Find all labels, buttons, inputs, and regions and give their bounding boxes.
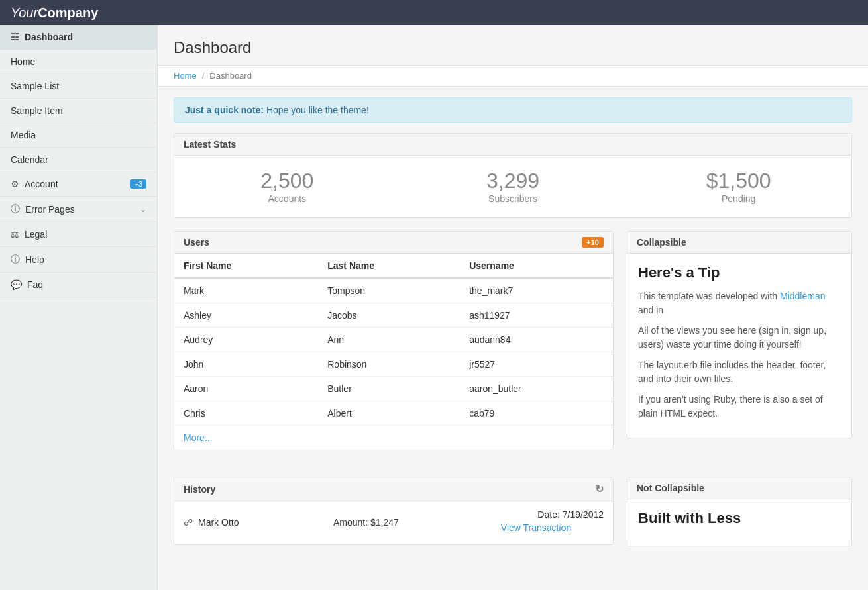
cell-first: Ashley	[174, 303, 318, 328]
cell-username: jr5527	[460, 352, 613, 377]
stat-pending-value: $1,500	[625, 169, 851, 193]
collapsible-panel-col: Collapsible Here's a Tip This template w…	[627, 231, 852, 464]
sidebar-item-home[interactable]: Home	[0, 50, 157, 74]
breadcrumb-current: Dashboard	[209, 71, 252, 81]
refresh-icon[interactable]: ↻	[595, 483, 604, 495]
two-col-top: Users +10 First Name Last Name Username	[174, 231, 852, 464]
not-collapsible-panel-col: Not Collapsible Built with Less	[627, 477, 852, 560]
stat-accounts-value: 2,500	[174, 169, 400, 193]
sidebar-item-legal[interactable]: ⚖ Legal	[0, 222, 157, 247]
history-panel-col: History ↻ ☍ Mark Otto Amount: $1,247 Dat…	[174, 477, 614, 560]
stat-subscribers: 3,299 Subscribers	[400, 169, 626, 204]
users-heading-label: Users	[184, 237, 209, 248]
collapsible-panel: Collapsible Here's a Tip This template w…	[627, 231, 852, 438]
sidebar-item-label: Account	[25, 179, 58, 189]
sidebar-item-label: Calendar	[11, 154, 48, 165]
stats-heading-label: Latest Stats	[184, 139, 236, 150]
collapsible-panel-heading: Collapsible	[627, 232, 851, 254]
sidebar-item-help[interactable]: ⓘ Help	[0, 247, 157, 273]
table-row: AudreyAnnaudann84	[174, 328, 613, 352]
help-icon: ⓘ	[11, 254, 20, 266]
not-collapsible-panel: Not Collapsible Built with Less	[627, 477, 852, 546]
sidebar-item-label: Help	[25, 254, 44, 265]
person-icon: ⚙	[11, 179, 19, 189]
sidebar-item-account[interactable]: ⚙ Account +3	[0, 172, 157, 197]
brand-your: Your	[11, 5, 38, 21]
sidebar-item-label: Sample Item	[11, 105, 63, 116]
sidebar-item-error-pages[interactable]: ⓘ Error Pages ⌄	[0, 197, 157, 222]
users-panel-heading: Users +10	[174, 232, 613, 254]
collapsible-panel-body: Here's a Tip This template was developed…	[627, 254, 851, 438]
history-date: Date: 7/19/2012	[537, 509, 604, 520]
alert-prefix: Just a quick note:	[185, 105, 264, 115]
sidebar-item-faq[interactable]: 💬 Faq	[0, 273, 157, 297]
sidebar-item-label: Legal	[25, 229, 47, 240]
page-title: Dashboard	[174, 38, 852, 57]
breadcrumb-separator: /	[202, 71, 205, 81]
sidebar-item-label: Faq	[27, 279, 43, 290]
history-amount: Amount: $1,247	[333, 517, 468, 528]
stat-accounts-label: Accounts	[268, 193, 307, 204]
tip-para-2: All of the views you see here (sign in, …	[638, 324, 841, 352]
users-badge: +10	[582, 237, 604, 248]
users-table: First Name Last Name Username MarkTompso…	[174, 254, 613, 425]
two-col-bottom: History ↻ ☍ Mark Otto Amount: $1,247 Dat…	[174, 477, 852, 560]
cell-username: audann84	[460, 328, 613, 352]
not-collapsible-panel-body: Built with Less	[627, 499, 851, 546]
alert-text: Hope you like the theme!	[266, 105, 369, 115]
tip-para-4: If you aren't using Ruby, there is also …	[638, 393, 841, 420]
sidebar-item-calendar[interactable]: Calendar	[0, 148, 157, 172]
legal-icon: ⚖	[11, 229, 19, 240]
cell-last: Ann	[318, 328, 460, 352]
breadcrumb-home-link[interactable]: Home	[174, 71, 197, 81]
sidebar-item-label: Media	[11, 130, 36, 140]
sidebar: ☷ Dashboard Home Sample List Sample Item…	[0, 25, 158, 590]
sidebar-item-dashboard[interactable]: ☷ Dashboard	[0, 25, 157, 50]
history-person-icon: ☍	[184, 517, 193, 528]
cell-last: Butler	[318, 377, 460, 401]
chevron-down-icon: ⌄	[140, 205, 146, 214]
tip-para-3: The layout.erb file includes the header,…	[638, 358, 841, 386]
users-panel-col: Users +10 First Name Last Name Username	[174, 231, 614, 464]
history-panel-heading: History ↻	[174, 477, 613, 501]
brand-company: Company	[38, 5, 98, 21]
view-transaction-link[interactable]: View Transaction	[468, 520, 604, 536]
sidebar-item-sample-item[interactable]: Sample Item	[0, 99, 157, 123]
tip-para-1: This template was developed with Middlem…	[638, 289, 841, 317]
cell-first: Chris	[174, 401, 318, 426]
cell-last: Albert	[318, 401, 460, 426]
cell-last: Tompson	[318, 278, 460, 303]
sidebar-item-label: Dashboard	[25, 32, 73, 42]
col-username: Username	[460, 254, 613, 278]
table-header-row: First Name Last Name Username	[174, 254, 613, 278]
collapsible-panel-title: Here's a Tip	[638, 264, 841, 281]
cell-last: Robinson	[318, 352, 460, 377]
stat-pending: $1,500 Pending	[625, 169, 851, 204]
not-collapsible-panel-title: Built with Less	[638, 510, 841, 527]
breadcrumb: Home / Dashboard	[158, 65, 868, 87]
history-row: ☍ Mark Otto Amount: $1,247 Date: 7/19/20…	[174, 501, 613, 544]
users-panel: Users +10 First Name Last Name Username	[174, 231, 614, 450]
history-name: Mark Otto	[198, 517, 333, 528]
stat-subscribers-label: Subscribers	[488, 193, 537, 204]
middleman-link[interactable]: Middleman	[780, 291, 825, 301]
cell-username: ash11927	[460, 303, 613, 328]
cell-first: John	[174, 352, 318, 377]
sidebar-item-label: Sample List	[11, 81, 59, 91]
table-row: JohnRobinsonjr5527	[174, 352, 613, 377]
sidebar-item-label: Error Pages	[25, 204, 75, 215]
sidebar-item-sample-list[interactable]: Sample List	[0, 74, 157, 99]
col-first-name: First Name	[174, 254, 318, 278]
stats-panel-heading: Latest Stats	[174, 134, 851, 156]
cell-first: Mark	[174, 278, 318, 303]
sidebar-item-media[interactable]: Media	[0, 123, 157, 148]
cell-username: the_mark7	[460, 278, 613, 303]
cell-first: Audrey	[174, 328, 318, 352]
more-link[interactable]: More...	[174, 425, 613, 450]
stat-pending-label: Pending	[722, 193, 755, 204]
col-last-name: Last Name	[318, 254, 460, 278]
history-heading-label: History	[184, 484, 215, 495]
table-row: AshleyJacobsash11927	[174, 303, 613, 328]
alert-banner: Just a quick note: Hope you like the the…	[174, 97, 852, 123]
dashboard-icon: ☷	[11, 32, 19, 42]
